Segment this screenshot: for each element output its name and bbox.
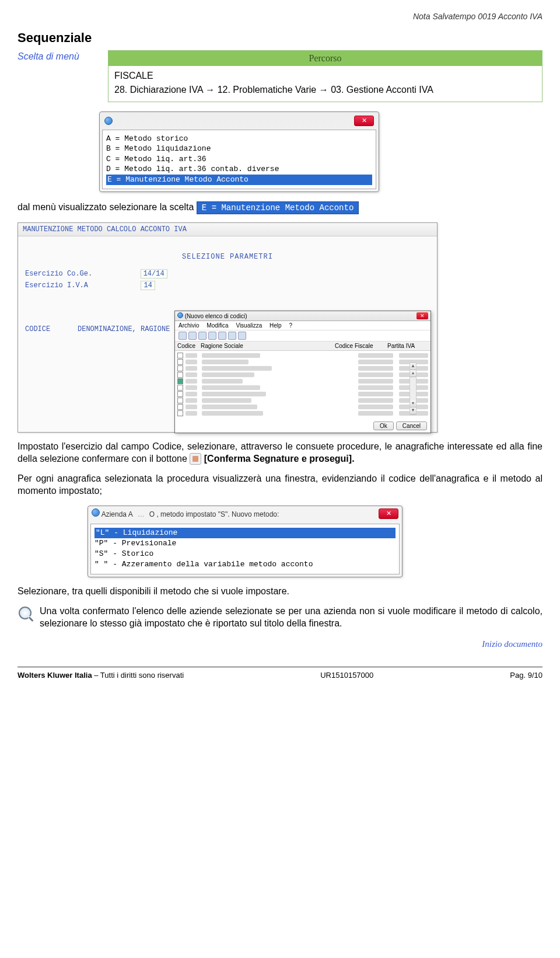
cancel-button[interactable]: Cancel bbox=[396, 421, 427, 430]
scroll-down-icon[interactable]: ▼ bbox=[410, 407, 416, 414]
page-title: Sequenziale bbox=[18, 30, 542, 46]
scroll-up-icon[interactable]: ▴ bbox=[410, 370, 416, 377]
note-block: Una volta confermato l'elenco delle azie… bbox=[18, 605, 542, 630]
magnifier-icon bbox=[18, 605, 36, 624]
app-orb-icon bbox=[92, 508, 100, 517]
col-codice[interactable]: Codice bbox=[177, 343, 201, 349]
page-footer: Wolters Kluwer Italia – Tutti i diritti … bbox=[18, 667, 542, 683]
list-item[interactable] bbox=[177, 378, 428, 384]
menu-label: Scelta di menù bbox=[18, 50, 108, 62]
method-l-selected[interactable]: "L" - Liquidazione bbox=[94, 528, 396, 538]
scrollbar[interactable]: ▲ ▴ ▾ ▼ bbox=[410, 363, 416, 415]
esercizio-iva-row: Esercizio I.V.A 14 bbox=[25, 281, 430, 290]
method-select-dialog: Azienda A…O , metodo impostato "S". Nuov… bbox=[88, 506, 402, 577]
footer-docid: UR1510157000 bbox=[320, 671, 373, 680]
note-text: Una volta confermato l'elenco delle azie… bbox=[40, 605, 542, 630]
codici-list-dialog: (Nuovo elenco di codici) ✕ Archivio Modi… bbox=[174, 311, 431, 433]
menu-archivio[interactable]: Archivio bbox=[178, 322, 200, 329]
inner-toolbar bbox=[175, 330, 430, 342]
tool-icon[interactable] bbox=[238, 332, 246, 340]
option-c[interactable]: C = Metodo liq. art.36 bbox=[106, 154, 372, 165]
options-dialog: ✕ A = Metodo storico B = Metodo liquidaz… bbox=[99, 112, 379, 192]
percorso-line2: 28. Dichiarazione IVA → 12. Problematich… bbox=[114, 83, 536, 96]
esercizio-coge-input[interactable]: 14/14 bbox=[141, 269, 167, 278]
header-note: Nota Salvatempo 0019 Acconto IVA bbox=[18, 12, 542, 21]
close-icon[interactable]: ✕ bbox=[379, 508, 398, 519]
selection-chip: E = Manutenzione Metodo Acconto bbox=[197, 201, 359, 214]
percorso-header: Percorso bbox=[108, 51, 542, 66]
tool-icon[interactable] bbox=[198, 332, 206, 340]
list-item[interactable] bbox=[177, 353, 428, 358]
close-icon[interactable]: ✕ bbox=[354, 116, 374, 126]
list-item[interactable] bbox=[177, 391, 428, 397]
ok-button[interactable]: Ok bbox=[373, 421, 394, 430]
footer-publisher: Wolters Kluwer Italia bbox=[18, 671, 92, 680]
list-item[interactable] bbox=[177, 410, 428, 416]
tool-icon[interactable] bbox=[208, 332, 216, 340]
tool-icon[interactable] bbox=[178, 332, 187, 340]
menu-q[interactable]: ? bbox=[289, 322, 292, 329]
maintenance-dialog: MANUTENZIONE METODO CALCOLO ACCONTO IVA … bbox=[18, 222, 438, 433]
percorso-table: Percorso FISCALE 28. Dichiarazione IVA →… bbox=[108, 50, 542, 102]
list-item[interactable] bbox=[177, 404, 428, 410]
scroll-down-icon[interactable]: ▾ bbox=[410, 400, 416, 407]
close-icon[interactable]: ✕ bbox=[416, 312, 428, 319]
maintenance-title: MANUTENZIONE METODO CALCOLO ACCONTO IVA bbox=[18, 223, 437, 236]
app-orb-icon bbox=[104, 117, 113, 125]
codici-list-title: (Nuovo elenco di codici) bbox=[185, 313, 247, 319]
list-item[interactable] bbox=[177, 398, 428, 403]
instruction-para-1b: Per ogni anagrafica selezionata la proce… bbox=[18, 473, 542, 497]
percorso-line1: FISCALE bbox=[114, 69, 536, 82]
confirm-tool-icon bbox=[190, 453, 201, 465]
menu-help[interactable]: Help bbox=[270, 322, 282, 329]
list-item[interactable] bbox=[177, 359, 428, 365]
inner-menubar: Archivio Modifica Visualizza Help ? bbox=[175, 321, 430, 330]
option-b[interactable]: B = Metodo liquidazione bbox=[106, 144, 372, 154]
param-section-title: SELEZIONE PARAMETRI bbox=[25, 253, 430, 261]
inner-column-headers: Codice Ragione Sociale Codice Fiscale Pa… bbox=[175, 342, 430, 351]
option-a[interactable]: A = Metodo storico bbox=[106, 134, 372, 144]
col-cf[interactable]: Codice Fiscale bbox=[335, 343, 387, 349]
list-item[interactable] bbox=[177, 372, 428, 378]
col-piva[interactable]: Partita IVA bbox=[387, 343, 428, 349]
tool-icon[interactable] bbox=[228, 332, 236, 340]
selection-intro: dal menù visualizzato selezionare la sce… bbox=[18, 201, 542, 214]
method-blank[interactable]: " " - Azzeramento della variabile metodo… bbox=[94, 559, 396, 570]
instruction-select-method: Selezionare, tra quelli disponibili il m… bbox=[18, 586, 542, 598]
esercizio-coge-row: Esercizio Co.Ge. 14/14 bbox=[25, 269, 430, 278]
method-s[interactable]: "S" - Storico bbox=[94, 549, 396, 559]
footer-rights: – Tutti i diritti sono riservati bbox=[92, 671, 184, 680]
back-to-top-link[interactable]: Inizio documento bbox=[18, 639, 542, 649]
scroll-up-icon[interactable]: ▲ bbox=[410, 363, 416, 370]
menu-visualizza[interactable]: Visualizza bbox=[236, 322, 262, 329]
esercizio-iva-input[interactable]: 14 bbox=[141, 281, 155, 290]
list-item[interactable] bbox=[177, 385, 428, 391]
option-e-selected[interactable]: E = Manutenzione Metodo Acconto bbox=[106, 175, 372, 185]
col-ragione[interactable]: Ragione Sociale bbox=[201, 343, 335, 349]
tool-icon[interactable] bbox=[218, 332, 226, 340]
list-item[interactable] bbox=[177, 365, 428, 371]
tool-icon[interactable] bbox=[188, 332, 197, 340]
option-d[interactable]: D = Metodo liq. art.36 contab. diverse bbox=[106, 164, 372, 175]
percorso-row: Scelta di menù Percorso FISCALE 28. Dich… bbox=[18, 50, 542, 102]
inner-rows bbox=[175, 351, 430, 427]
menu-modifica[interactable]: Modifica bbox=[206, 322, 228, 329]
method-p[interactable]: "P" - Previsionale bbox=[94, 538, 396, 549]
app-orb-icon bbox=[177, 312, 183, 318]
footer-pagenum: Pag. 9/10 bbox=[510, 671, 542, 680]
instruction-para-1: Impostato l'esercizio dal campo Codice, … bbox=[18, 441, 542, 465]
dialog2-title-suffix: O , metodo impostato "S". Nuovo metodo: bbox=[149, 510, 279, 518]
dialog2-title-prefix: Azienda A bbox=[102, 510, 133, 518]
